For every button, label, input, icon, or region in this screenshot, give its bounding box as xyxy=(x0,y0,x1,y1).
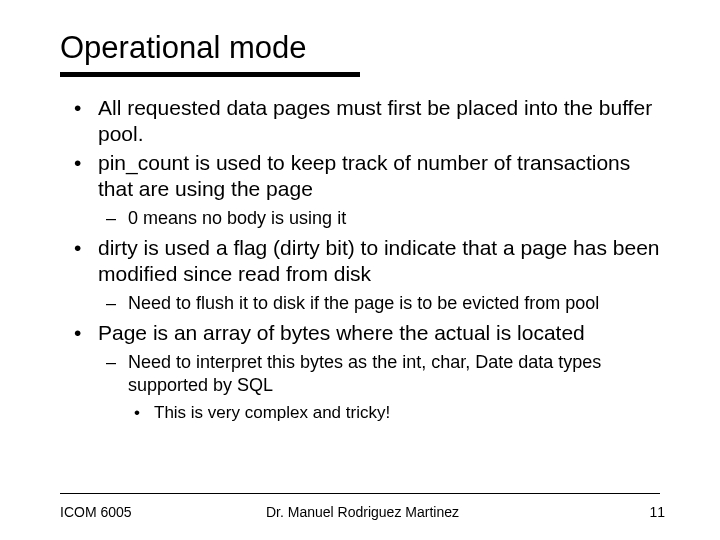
bullet-item: pin_count is used to keep track of numbe… xyxy=(60,150,665,230)
bullet-item: dirty is used a flag (dirty bit) to indi… xyxy=(60,235,665,315)
bullet-text: Page is an array of bytes where the actu… xyxy=(98,321,585,344)
footer-author: Dr. Manuel Rodriguez Martinez xyxy=(60,504,665,520)
bullet-text: 0 means no body is using it xyxy=(128,208,346,228)
slide: Operational mode All requested data page… xyxy=(0,0,720,540)
bullet-text: dirty is used a flag (dirty bit) to indi… xyxy=(98,236,660,285)
bullet-text: Need to interpret this bytes as the int,… xyxy=(128,352,601,395)
sub-bullet-list: 0 means no body is using it xyxy=(98,207,665,230)
bullet-text: pin_count is used to keep track of numbe… xyxy=(98,151,630,200)
title-underline xyxy=(60,72,360,77)
sub-bullet-list: Need to flush it to disk if the page is … xyxy=(98,292,665,315)
sub-sub-bullet-list: This is very complex and tricky! xyxy=(128,402,665,423)
footer: ICOM 6005 Dr. Manuel Rodriguez Martinez … xyxy=(60,504,665,520)
bullet-list: All requested data pages must first be p… xyxy=(60,95,665,424)
bullet-text: Need to flush it to disk if the page is … xyxy=(128,293,599,313)
bullet-item: Page is an array of bytes where the actu… xyxy=(60,320,665,424)
bullet-text: All requested data pages must first be p… xyxy=(98,96,652,145)
sub-bullet-list: Need to interpret this bytes as the int,… xyxy=(98,351,665,423)
footer-divider xyxy=(60,493,660,494)
bullet-text: This is very complex and tricky! xyxy=(154,403,390,422)
slide-title: Operational mode xyxy=(60,30,665,66)
bullet-item: All requested data pages must first be p… xyxy=(60,95,665,146)
sub-bullet-item: Need to interpret this bytes as the int,… xyxy=(98,351,665,423)
sub-sub-bullet-item: This is very complex and tricky! xyxy=(128,402,665,423)
sub-bullet-item: Need to flush it to disk if the page is … xyxy=(98,292,665,315)
sub-bullet-item: 0 means no body is using it xyxy=(98,207,665,230)
